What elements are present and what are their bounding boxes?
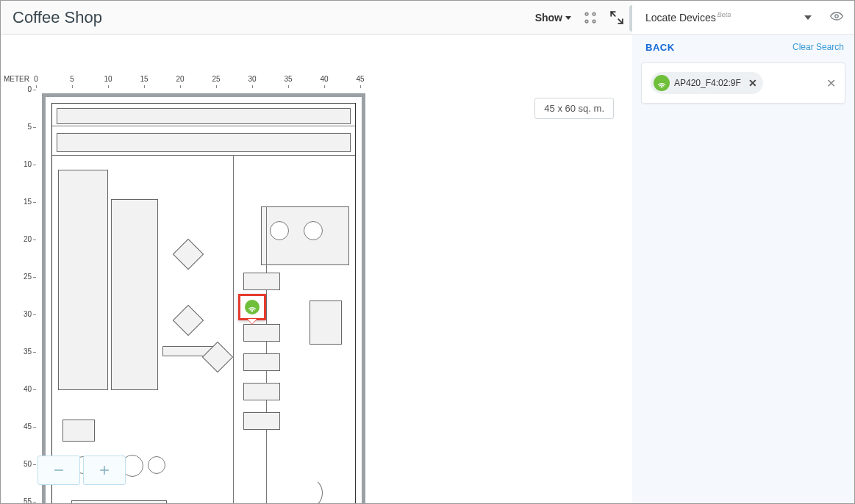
ruler-top-tick: 0 [29,75,43,83]
ruler-top-tick: 45 [353,75,368,83]
ruler-unit-label: METER [4,75,29,83]
ruler-top-tick: 40 [317,75,332,83]
side-panel: Locate DevicesBeta BACK Clear Search AP4… [632,1,854,503]
ruler-top: 051015202530354045 [33,75,633,87]
svg-point-2 [593,12,595,15]
top-bar-right: Show [535,1,624,35]
svg-point-3 [593,20,595,23]
svg-point-9 [661,86,662,87]
clear-search-link[interactable]: Clear Search [793,42,844,52]
ruler-left-tick: 10 [10,160,32,168]
zoom-in-button[interactable] [83,456,126,485]
chip-remove-icon[interactable]: ✕ [748,77,757,89]
floorplan-viewport[interactable]: METER 051015202530354045 051015202530354… [1,35,633,503]
device-card: AP420_F4:02:9F ✕ ✕ [641,62,845,104]
expand-icon[interactable] [609,10,624,25]
beta-badge: Beta [718,11,731,18]
visibility-icon[interactable] [829,9,844,26]
page-title: Coffee Shop [12,8,102,27]
svg-point-4 [251,310,253,312]
ruler-left-tick: 20 [10,235,32,243]
ruler-left-tick: 15 [10,198,32,206]
side-panel-subheader: BACK Clear Search [632,35,854,58]
ruler-left-tick: 0 [10,85,32,93]
ap-icon [654,75,670,91]
ruler-left-tick: 30 [10,310,32,318]
floorplan-image [42,93,365,503]
chevron-down-icon [804,15,812,20]
ruler-left-tick: 50 [10,460,32,468]
ruler-left-tick: 45 [10,422,32,431]
svg-point-1 [585,20,588,23]
main-area: Coffee Shop Show METER 05101520 [1,1,634,503]
device-chip-label: AP420_F4:02:9F [674,78,741,88]
panel-mode-text: Locate Devices [645,12,716,24]
ruler-top-tick: 10 [101,75,115,83]
panel-mode-label: Locate DevicesBeta [645,11,798,24]
ruler-left: 0510152025303540455055 [10,90,32,503]
device-chip[interactable]: AP420_F4:02:9F ✕ [651,72,763,94]
top-bar: Coffee Shop Show [1,1,633,35]
show-dropdown[interactable]: Show [535,12,571,24]
zoom-out-button[interactable] [37,456,80,485]
tool-tray [37,456,126,485]
ruler-left-tick: 5 [10,123,32,131]
show-label: Show [535,12,562,24]
ruler-top-tick: 20 [173,75,187,83]
ap-icon [245,300,260,314]
ap-marker[interactable] [238,294,266,320]
side-panel-header[interactable]: Locate DevicesBeta [632,1,854,35]
ruler-top-tick: 15 [137,75,151,83]
ruler-top-tick: 30 [245,75,260,83]
back-link[interactable]: BACK [645,42,675,53]
ruler-left-tick: 25 [10,273,32,281]
ruler-top-tick: 35 [281,75,296,83]
svg-point-0 [585,12,588,15]
chevron-down-icon [565,16,571,20]
ruler-left-tick: 35 [10,348,32,356]
card-close-icon[interactable]: ✕ [826,76,836,90]
dimensions-badge: 45 x 60 sq. m. [534,98,614,119]
ruler-left-tick: 40 [10,385,32,393]
ruler-top-tick: 25 [209,75,223,83]
svg-point-8 [835,14,838,17]
ruler-left-tick: 55 [10,497,32,503]
grid-view-icon[interactable] [583,10,598,25]
ruler-top-tick: 5 [65,75,79,83]
